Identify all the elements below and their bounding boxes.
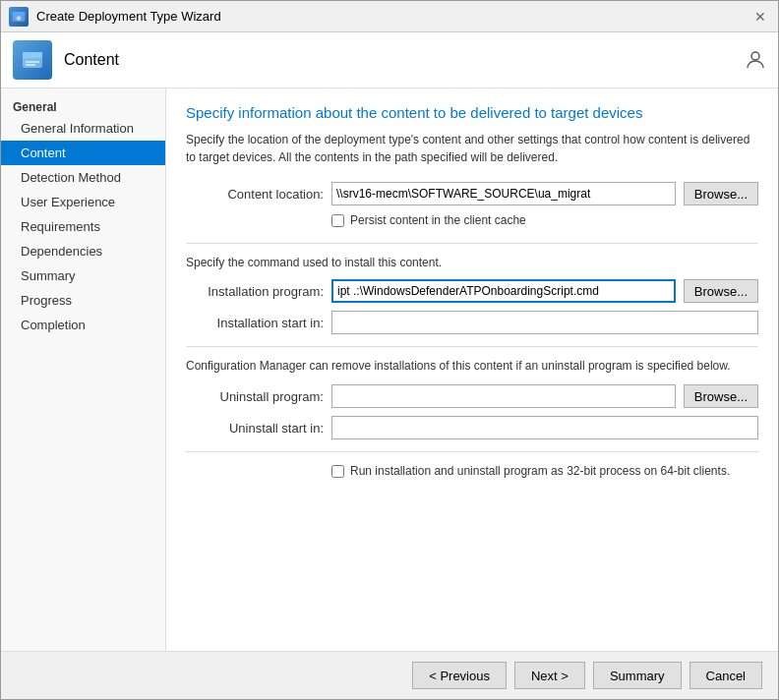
header-icon	[13, 40, 52, 80]
sidebar-item-summary[interactable]: Summary	[1, 263, 165, 288]
sidebar-item-dependencies[interactable]: Dependencies	[1, 239, 165, 263]
installation-start-in-label: Installation start in:	[186, 316, 324, 330]
header-bar: Content	[1, 32, 778, 88]
persist-cache-checkbox[interactable]	[331, 214, 344, 227]
user-icon	[745, 48, 766, 73]
uninstall-start-in-label: Uninstall start in:	[186, 421, 324, 436]
uninstall-program-row: Uninstall program: Browse...	[186, 384, 758, 408]
installation-program-browse-button[interactable]: Browse...	[684, 279, 758, 303]
uninstall-note: Configuration Manager can remove install…	[186, 359, 758, 373]
sidebar-item-progress[interactable]: Progress	[1, 288, 165, 313]
content-location-browse-button[interactable]: Browse...	[684, 182, 758, 205]
persist-cache-label: Persist content in the client cache	[350, 213, 526, 227]
uninstall-start-in-input[interactable]	[331, 416, 758, 439]
installation-program-input[interactable]	[331, 279, 676, 303]
svg-point-7	[751, 52, 759, 60]
previous-button[interactable]: < Previous	[412, 662, 507, 689]
installation-start-in-row: Installation start in:	[186, 311, 758, 334]
main-panel: Specify information about the content to…	[166, 88, 778, 651]
uninstall-program-browse-button[interactable]: Browse...	[684, 384, 758, 408]
header-title: Content	[64, 51, 119, 69]
description-text: Specify the location of the deployment t…	[186, 131, 758, 166]
sidebar-item-general-information[interactable]: General Information	[1, 116, 165, 141]
window-title: Create Deployment Type Wizard	[36, 9, 743, 24]
installation-program-label: Installation program:	[186, 284, 324, 299]
installation-program-row: Installation program: Browse...	[186, 279, 758, 303]
run-32bit-checkbox[interactable]	[331, 465, 344, 478]
install-command-section-label: Specify the command used to install this…	[186, 256, 758, 269]
sidebar-group-general: General	[1, 96, 165, 116]
main-body: Specify the location of the deployment t…	[166, 131, 778, 651]
svg-rect-5	[26, 61, 39, 63]
main-window: Create Deployment Type Wizard ✕ Content …	[0, 0, 779, 700]
content-location-row: Content location: Browse...	[186, 182, 758, 205]
svg-rect-4	[23, 52, 42, 58]
svg-point-2	[17, 16, 22, 21]
run-32bit-row: Run installation and uninstall program a…	[331, 464, 758, 478]
title-bar: Create Deployment Type Wizard ✕	[1, 1, 778, 32]
close-button[interactable]: ✕	[750, 7, 770, 27]
uninstall-program-input[interactable]	[331, 384, 676, 408]
main-header: Specify information about the content to…	[166, 88, 778, 131]
window-icon	[9, 7, 29, 27]
content-location-label: Content location:	[186, 187, 324, 202]
summary-button[interactable]: Summary	[593, 662, 682, 689]
content-area: General General Information Content Dete…	[1, 88, 778, 651]
svg-rect-1	[13, 12, 26, 15]
cancel-button[interactable]: Cancel	[689, 662, 762, 689]
uninstall-program-label: Uninstall program:	[186, 389, 324, 404]
sidebar-item-requirements[interactable]: Requirements	[1, 214, 165, 239]
sidebar-item-detection-method[interactable]: Detection Method	[1, 165, 165, 190]
persist-cache-row: Persist content in the client cache	[331, 213, 758, 227]
sidebar: General General Information Content Dete…	[1, 88, 166, 651]
next-button[interactable]: Next >	[514, 662, 585, 689]
installation-start-in-input[interactable]	[331, 311, 758, 334]
footer: < Previous Next > Summary Cancel	[1, 651, 778, 699]
sidebar-item-content[interactable]: Content	[1, 141, 165, 165]
main-heading: Specify information about the content to…	[186, 104, 758, 121]
uninstall-start-in-row: Uninstall start in:	[186, 416, 758, 439]
run-32bit-label: Run installation and uninstall program a…	[350, 464, 730, 478]
svg-rect-6	[26, 64, 35, 66]
content-location-input[interactable]	[331, 182, 676, 205]
sidebar-item-completion[interactable]: Completion	[1, 313, 165, 337]
sidebar-item-user-experience[interactable]: User Experience	[1, 190, 165, 214]
